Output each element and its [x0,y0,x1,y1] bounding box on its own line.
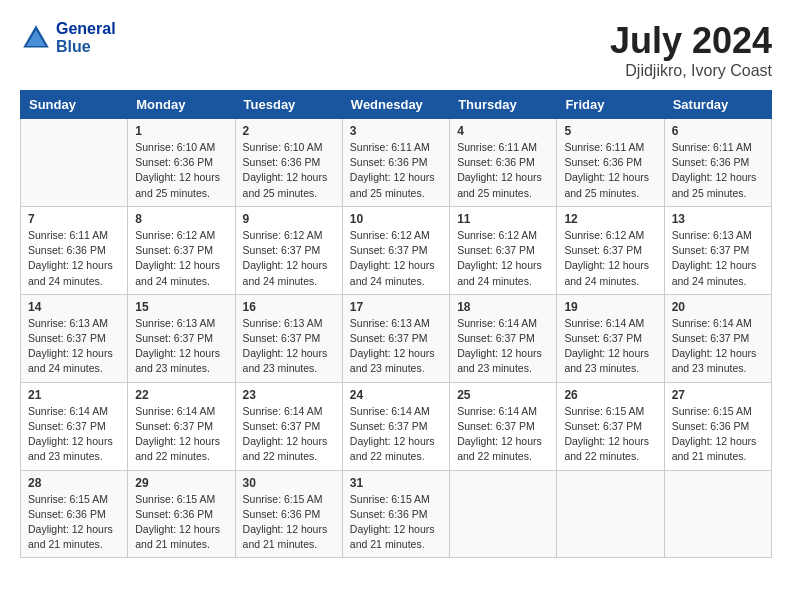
day-number: 12 [564,212,656,226]
day-info: Sunrise: 6:15 AM Sunset: 6:36 PM Dayligh… [243,492,335,553]
day-number: 3 [350,124,442,138]
day-number: 31 [350,476,442,490]
day-info: Sunrise: 6:14 AM Sunset: 6:37 PM Dayligh… [243,404,335,465]
day-info: Sunrise: 6:15 AM Sunset: 6:37 PM Dayligh… [564,404,656,465]
calendar-cell: 14Sunrise: 6:13 AM Sunset: 6:37 PM Dayli… [21,294,128,382]
calendar-cell: 20Sunrise: 6:14 AM Sunset: 6:37 PM Dayli… [664,294,771,382]
day-info: Sunrise: 6:14 AM Sunset: 6:37 PM Dayligh… [28,404,120,465]
day-info: Sunrise: 6:14 AM Sunset: 6:37 PM Dayligh… [457,316,549,377]
day-number: 9 [243,212,335,226]
calendar-cell: 23Sunrise: 6:14 AM Sunset: 6:37 PM Dayli… [235,382,342,470]
day-info: Sunrise: 6:12 AM Sunset: 6:37 PM Dayligh… [243,228,335,289]
day-number: 16 [243,300,335,314]
calendar-cell [557,470,664,558]
day-info: Sunrise: 6:14 AM Sunset: 6:37 PM Dayligh… [135,404,227,465]
calendar-cell [450,470,557,558]
day-number: 24 [350,388,442,402]
day-number: 14 [28,300,120,314]
day-info: Sunrise: 6:11 AM Sunset: 6:36 PM Dayligh… [457,140,549,201]
calendar-cell: 18Sunrise: 6:14 AM Sunset: 6:37 PM Dayli… [450,294,557,382]
calendar-cell: 13Sunrise: 6:13 AM Sunset: 6:37 PM Dayli… [664,206,771,294]
calendar-cell: 16Sunrise: 6:13 AM Sunset: 6:37 PM Dayli… [235,294,342,382]
weekday-header-monday: Monday [128,91,235,119]
title-block: July 2024 Djidjikro, Ivory Coast [610,20,772,80]
day-number: 1 [135,124,227,138]
day-info: Sunrise: 6:14 AM Sunset: 6:37 PM Dayligh… [457,404,549,465]
calendar-cell: 21Sunrise: 6:14 AM Sunset: 6:37 PM Dayli… [21,382,128,470]
day-info: Sunrise: 6:13 AM Sunset: 6:37 PM Dayligh… [135,316,227,377]
day-info: Sunrise: 6:10 AM Sunset: 6:36 PM Dayligh… [243,140,335,201]
calendar-cell: 25Sunrise: 6:14 AM Sunset: 6:37 PM Dayli… [450,382,557,470]
day-info: Sunrise: 6:11 AM Sunset: 6:36 PM Dayligh… [672,140,764,201]
day-number: 25 [457,388,549,402]
logo-icon [20,22,52,54]
day-info: Sunrise: 6:11 AM Sunset: 6:36 PM Dayligh… [564,140,656,201]
day-info: Sunrise: 6:12 AM Sunset: 6:37 PM Dayligh… [350,228,442,289]
day-number: 15 [135,300,227,314]
calendar-cell: 31Sunrise: 6:15 AM Sunset: 6:36 PM Dayli… [342,470,449,558]
weekday-header-saturday: Saturday [664,91,771,119]
day-info: Sunrise: 6:11 AM Sunset: 6:36 PM Dayligh… [28,228,120,289]
day-info: Sunrise: 6:15 AM Sunset: 6:36 PM Dayligh… [135,492,227,553]
day-number: 11 [457,212,549,226]
day-info: Sunrise: 6:13 AM Sunset: 6:37 PM Dayligh… [350,316,442,377]
calendar-cell: 12Sunrise: 6:12 AM Sunset: 6:37 PM Dayli… [557,206,664,294]
weekday-header-tuesday: Tuesday [235,91,342,119]
calendar-cell: 4Sunrise: 6:11 AM Sunset: 6:36 PM Daylig… [450,119,557,207]
day-number: 20 [672,300,764,314]
calendar-cell [664,470,771,558]
calendar-cell: 11Sunrise: 6:12 AM Sunset: 6:37 PM Dayli… [450,206,557,294]
day-info: Sunrise: 6:11 AM Sunset: 6:36 PM Dayligh… [350,140,442,201]
calendar-cell: 8Sunrise: 6:12 AM Sunset: 6:37 PM Daylig… [128,206,235,294]
day-number: 5 [564,124,656,138]
calendar-cell: 26Sunrise: 6:15 AM Sunset: 6:37 PM Dayli… [557,382,664,470]
day-info: Sunrise: 6:12 AM Sunset: 6:37 PM Dayligh… [564,228,656,289]
calendar-week-1: 1Sunrise: 6:10 AM Sunset: 6:36 PM Daylig… [21,119,772,207]
day-info: Sunrise: 6:15 AM Sunset: 6:36 PM Dayligh… [350,492,442,553]
weekday-header-friday: Friday [557,91,664,119]
calendar-cell [21,119,128,207]
calendar-week-4: 21Sunrise: 6:14 AM Sunset: 6:37 PM Dayli… [21,382,772,470]
calendar-cell: 29Sunrise: 6:15 AM Sunset: 6:36 PM Dayli… [128,470,235,558]
calendar-cell: 24Sunrise: 6:14 AM Sunset: 6:37 PM Dayli… [342,382,449,470]
calendar-cell: 19Sunrise: 6:14 AM Sunset: 6:37 PM Dayli… [557,294,664,382]
calendar-header: SundayMondayTuesdayWednesdayThursdayFrid… [21,91,772,119]
calendar-week-2: 7Sunrise: 6:11 AM Sunset: 6:36 PM Daylig… [21,206,772,294]
weekday-header-sunday: Sunday [21,91,128,119]
day-info: Sunrise: 6:15 AM Sunset: 6:36 PM Dayligh… [672,404,764,465]
weekday-header-thursday: Thursday [450,91,557,119]
calendar-table: SundayMondayTuesdayWednesdayThursdayFrid… [20,90,772,558]
day-info: Sunrise: 6:15 AM Sunset: 6:36 PM Dayligh… [28,492,120,553]
day-number: 29 [135,476,227,490]
day-info: Sunrise: 6:14 AM Sunset: 6:37 PM Dayligh… [672,316,764,377]
calendar-cell: 3Sunrise: 6:11 AM Sunset: 6:36 PM Daylig… [342,119,449,207]
calendar-cell: 9Sunrise: 6:12 AM Sunset: 6:37 PM Daylig… [235,206,342,294]
day-number: 6 [672,124,764,138]
day-number: 10 [350,212,442,226]
day-number: 27 [672,388,764,402]
day-number: 26 [564,388,656,402]
calendar-cell: 22Sunrise: 6:14 AM Sunset: 6:37 PM Dayli… [128,382,235,470]
day-info: Sunrise: 6:14 AM Sunset: 6:37 PM Dayligh… [564,316,656,377]
calendar-cell: 28Sunrise: 6:15 AM Sunset: 6:36 PM Dayli… [21,470,128,558]
calendar-cell: 30Sunrise: 6:15 AM Sunset: 6:36 PM Dayli… [235,470,342,558]
calendar-cell: 15Sunrise: 6:13 AM Sunset: 6:37 PM Dayli… [128,294,235,382]
day-number: 7 [28,212,120,226]
day-number: 8 [135,212,227,226]
location-title: Djidjikro, Ivory Coast [610,62,772,80]
calendar-cell: 2Sunrise: 6:10 AM Sunset: 6:36 PM Daylig… [235,119,342,207]
day-number: 23 [243,388,335,402]
day-info: Sunrise: 6:12 AM Sunset: 6:37 PM Dayligh… [457,228,549,289]
day-info: Sunrise: 6:14 AM Sunset: 6:37 PM Dayligh… [350,404,442,465]
day-number: 19 [564,300,656,314]
day-info: Sunrise: 6:13 AM Sunset: 6:37 PM Dayligh… [243,316,335,377]
calendar-cell: 17Sunrise: 6:13 AM Sunset: 6:37 PM Dayli… [342,294,449,382]
month-title: July 2024 [610,20,772,62]
day-number: 30 [243,476,335,490]
calendar-cell: 7Sunrise: 6:11 AM Sunset: 6:36 PM Daylig… [21,206,128,294]
day-number: 4 [457,124,549,138]
day-info: Sunrise: 6:10 AM Sunset: 6:36 PM Dayligh… [135,140,227,201]
logo: General Blue [20,20,116,55]
day-number: 21 [28,388,120,402]
calendar-cell: 27Sunrise: 6:15 AM Sunset: 6:36 PM Dayli… [664,382,771,470]
